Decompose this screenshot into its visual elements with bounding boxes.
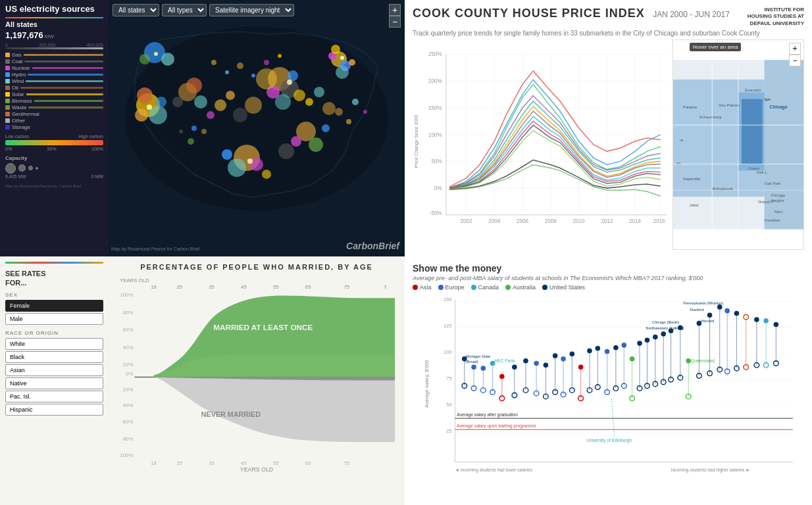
- svg-text:18: 18: [151, 460, 157, 466]
- svg-text:Des Plaines: Des Plaines: [719, 104, 740, 108]
- see-rates-title: SEE RATESFOR...: [5, 269, 103, 288]
- svg-text:45: 45: [241, 460, 247, 466]
- svg-point-56: [346, 119, 351, 124]
- svg-text:Oak L.: Oak L.: [757, 171, 769, 175]
- svg-text:100%: 100%: [428, 132, 442, 138]
- svg-text:60%: 60%: [123, 327, 134, 333]
- svg-point-60: [287, 80, 292, 85]
- svg-text:20%: 20%: [123, 387, 134, 393]
- svg-text:80%: 80%: [123, 310, 134, 316]
- svg-point-14: [293, 89, 305, 101]
- state-filter-dropdown[interactable]: All states: [113, 4, 159, 16]
- cook-map-zoom-in[interactable]: +: [789, 43, 801, 55]
- svg-text:25: 25: [176, 460, 182, 466]
- svg-point-219: [587, 349, 592, 354]
- svg-point-39: [233, 108, 247, 122]
- svg-text:Average salary after graduatio: Average salary after graduation: [457, 412, 518, 418]
- white-button[interactable]: White: [5, 338, 103, 350]
- cook-title: COOK COUNTY HOUSE PRICE INDEX: [413, 7, 645, 20]
- carbon-high-label: High carbon: [78, 134, 103, 139]
- svg-text:100: 100: [444, 349, 452, 355]
- svg-text:25: 25: [446, 428, 451, 434]
- svg-text:40%: 40%: [123, 402, 134, 408]
- carbon-brief-watermark: CarbonBrief: [346, 241, 399, 251]
- svg-point-42: [314, 87, 324, 97]
- svg-point-234: [630, 356, 635, 362]
- svg-text:100%: 100%: [120, 452, 133, 458]
- svg-text:Price Change Since 2000: Price Change Since 2000: [414, 115, 419, 168]
- svg-text:2008: 2008: [545, 218, 557, 224]
- svg-text:75: 75: [446, 375, 451, 381]
- svg-point-58: [363, 110, 367, 114]
- svg-text:Heights: Heights: [771, 199, 784, 203]
- svg-text:Michigan State: Michigan State: [466, 354, 491, 358]
- imagery-dropdown[interactable]: Satellite imagery night: [209, 4, 294, 16]
- asian-button[interactable]: Asian: [5, 364, 103, 376]
- svg-text:25: 25: [176, 284, 182, 290]
- svg-text:Schaumburg: Schaumburg: [699, 115, 722, 119]
- svg-text:100%: 100%: [120, 292, 133, 298]
- native-button[interactable]: Native: [5, 377, 103, 389]
- svg-point-242: [645, 338, 650, 343]
- svg-point-47: [237, 62, 243, 69]
- svg-text:35: 35: [209, 284, 215, 290]
- zoom-in-button[interactable]: +: [389, 4, 401, 16]
- svg-text:35: 35: [209, 460, 215, 466]
- svg-point-54: [191, 126, 197, 131]
- zoom-out-button[interactable]: −: [389, 16, 401, 28]
- svg-text:150: 150: [444, 297, 452, 302]
- svg-text:2016: 2016: [653, 218, 666, 224]
- svg-text:50: 50: [446, 402, 451, 408]
- mba-legend: Asia Europe Canada Australia United Stat…: [413, 284, 804, 291]
- marriage-chart-title: PERCENTAGE OF PEOPLE WHO MARRIED, BY AGE: [115, 263, 398, 271]
- svg-point-201: [534, 361, 539, 366]
- svg-text:2006: 2006: [517, 218, 529, 224]
- svg-point-53: [179, 130, 183, 133]
- svg-text:40%: 40%: [123, 345, 134, 350]
- svg-point-43: [305, 98, 313, 106]
- svg-text:75: 75: [343, 460, 349, 466]
- cook-map-zoom-out[interactable]: −: [789, 55, 801, 66]
- svg-point-222: [596, 346, 601, 351]
- svg-point-195: [512, 364, 517, 370]
- svg-text:150%: 150%: [428, 105, 442, 111]
- svg-text:Harv.: Harv.: [774, 210, 783, 214]
- mba-subtitle: Average pre- and post-MBA salary of stud…: [413, 275, 804, 281]
- hover-instruction: Hover over an area: [690, 43, 741, 51]
- svg-point-19: [278, 143, 294, 159]
- cook-content: 250% 200% 150% 100% 50% 0% -50% Price Ch…: [413, 39, 804, 250]
- svg-point-255: [678, 325, 683, 330]
- male-button[interactable]: Male: [5, 313, 103, 325]
- type-filter-dropdown[interactable]: All types: [162, 4, 207, 16]
- svg-text:Igin: Igin: [765, 97, 771, 101]
- hispanic-button[interactable]: Hispanic: [5, 404, 103, 416]
- svg-point-11: [288, 70, 298, 81]
- svg-point-7: [331, 45, 340, 54]
- total-capacity-unit: MW: [45, 34, 54, 39]
- svg-rect-100: [742, 99, 763, 164]
- svg-point-237: [637, 341, 642, 346]
- svg-point-28: [137, 87, 153, 103]
- svg-point-21: [228, 158, 246, 177]
- svg-point-275: [724, 308, 730, 314]
- svg-point-290: [774, 322, 779, 327]
- svg-point-225: [605, 349, 610, 354]
- svg-point-287: [763, 318, 769, 324]
- svg-point-31: [194, 95, 207, 108]
- map-credit-bottom: Map by Rosamund Pearce for Carbon Brief: [111, 247, 199, 251]
- svg-point-35: [161, 53, 174, 66]
- svg-point-40: [207, 111, 215, 119]
- svg-point-41: [245, 97, 262, 114]
- pac-isl-button[interactable]: Pac. Isl.: [5, 391, 103, 402]
- capacity-scale-1: 200,000: [39, 43, 55, 47]
- svg-text:45: 45: [241, 284, 247, 290]
- svg-text:0%: 0%: [434, 185, 442, 191]
- black-button[interactable]: Black: [5, 351, 103, 363]
- map-toolbar: All states All types Satellite imagery n…: [109, 4, 405, 16]
- svg-point-46: [225, 70, 229, 74]
- female-button[interactable]: Female: [5, 300, 103, 312]
- electricity-map: All states All types Satellite imagery n…: [109, 0, 405, 256]
- svg-point-18: [322, 124, 330, 132]
- svg-text:Average salary, $'000: Average salary, $'000: [424, 360, 430, 408]
- svg-point-48: [251, 74, 255, 78]
